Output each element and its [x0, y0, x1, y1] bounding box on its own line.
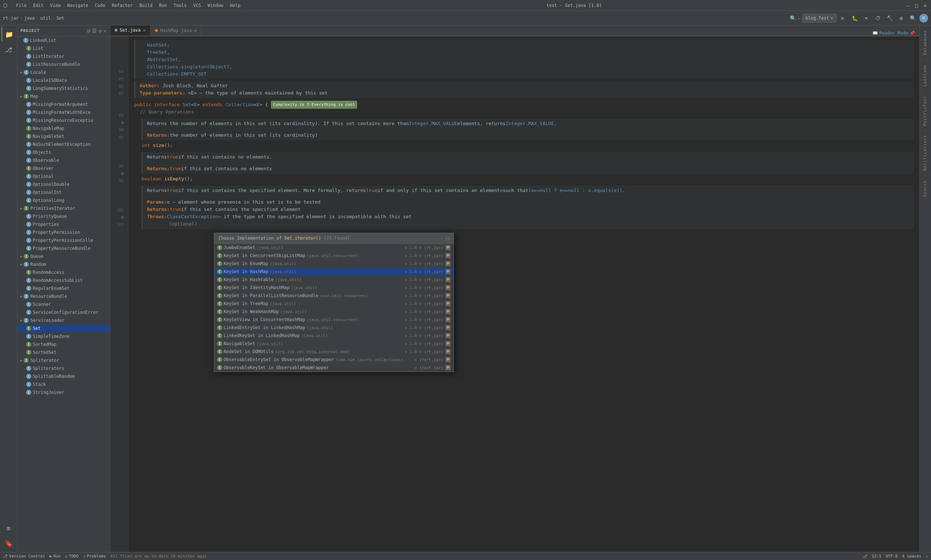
breadcrumb-java[interactable]: java [25, 15, 35, 21]
sidebar-collapse-icon[interactable]: ⊟ [87, 28, 91, 34]
popup-item-navigableset[interactable]: I NavigableSet (java.util) < 1.8 > (rt.j… [214, 340, 454, 348]
popup-list[interactable]: C JumboEnumSet (java.util) < 1.8 > (rt.j… [214, 244, 454, 372]
tree-item-primitiveiterator[interactable]: ▶ I PrimitiveIterator [17, 205, 110, 212]
tree-item-scanner[interactable]: C Scanner [17, 300, 110, 308]
tree-item-randomaccesssublist[interactable]: C RandomAccessSubList [17, 276, 110, 285]
menu-bar[interactable]: File Edit View Navigate Code Refactor Bu… [13, 2, 243, 9]
tree-item-sortedmap[interactable]: I SortedMap [17, 340, 110, 348]
popup-item-keyset-identityhashmap[interactable]: C KeySet in IdentityHashMap (java.util) … [214, 284, 454, 292]
settings-button[interactable]: ⚙ [896, 13, 906, 23]
tree-item-regularenumset[interactable]: C RegularEnumSet [17, 285, 110, 292]
tree-item-optionalint[interactable]: C OptionalInt [17, 188, 110, 196]
tree-item-locale[interactable]: ▶ C Locale [17, 68, 110, 76]
tab-set-java[interactable]: Set.java ✕ [110, 25, 151, 35]
tree-item-optionaldouble[interactable]: C OptionalDouble [17, 180, 110, 188]
tree-item-listresourcebundle[interactable]: C ListResourceBundle [17, 60, 110, 68]
popup-item-keyset-parallellistresourcebundle[interactable]: C KeySet in ParallelListResourceBundle (… [214, 292, 454, 300]
menu-code[interactable]: Code [92, 2, 108, 9]
popup-item-keysetview-concurrenthashmap[interactable]: C KeySetView in ConcurrentHashMap (java.… [214, 315, 454, 324]
tree-item-randomaccess[interactable]: I RandomAccess [17, 268, 110, 276]
tab-close-setjava[interactable]: ✕ [143, 28, 146, 33]
tree-item-localeISOData[interactable]: C LocaleISOData [17, 76, 110, 85]
right-sidebar-tab-postfixtool[interactable]: PostfixTool [920, 91, 931, 131]
popup-item-linkedkeyset-linkedhashmap[interactable]: C LinkedKeySet in LinkedHashMap (java.ut… [214, 332, 454, 340]
tree-item-set[interactable]: I Set [17, 325, 110, 332]
tree-item-random[interactable]: ▶ C Random [17, 260, 110, 268]
tree-item-optionallong[interactable]: C OptionalLong [17, 196, 110, 205]
tab-hashmap-java[interactable]: HashMap.java ✕ [151, 25, 202, 35]
tree-item-observer[interactable]: I Observer [17, 165, 110, 172]
status-todo[interactable]: ☑ TODO [65, 554, 78, 558]
search-icon[interactable]: 🔍 [790, 15, 796, 21]
breadcrumb-set[interactable]: Set [56, 15, 65, 21]
menu-view[interactable]: View [47, 2, 64, 9]
tree-item-observable[interactable]: C Observable [17, 156, 110, 165]
tree-item-stack[interactable]: C Stack [17, 380, 110, 388]
tree-item-longsummarystatistics[interactable]: C LongSummaryStatistics [17, 85, 110, 92]
menu-edit[interactable]: Edit [30, 2, 46, 9]
build-button[interactable]: 🔨 [885, 13, 895, 23]
breadcrumb-util[interactable]: util [40, 15, 51, 21]
minimize-button[interactable]: — [905, 3, 911, 8]
tree-item-objects[interactable]: C Objects [17, 148, 110, 156]
back-icon[interactable]: ← [797, 15, 800, 21]
activity-commit-icon[interactable]: ⎇ [2, 42, 16, 57]
tree-item-properties[interactable]: C Properties [17, 220, 110, 228]
implementation-popup[interactable]: Choose Implementation of Set.iterator() … [214, 233, 454, 372]
run-button[interactable]: ▶ [838, 13, 848, 23]
menu-tools[interactable]: Tools [171, 2, 189, 9]
tree-item-navigablemap[interactable]: I NavigableMap [17, 125, 110, 132]
tree-item-missingformatargument[interactable]: C MissingFormatArgument [17, 100, 110, 108]
menu-vcs[interactable]: VCS [190, 2, 204, 9]
tree-item-spliterator[interactable]: ▶ I Spliterator [17, 356, 110, 365]
tree-item-listiterator[interactable]: C ListIterator [17, 52, 110, 60]
popup-item-observablekeyset[interactable]: C ObservableKeySet in ObservableMapWrapp… [214, 364, 454, 372]
tree-item-simpletimezone[interactable]: C SimpleTimeZone [17, 332, 110, 340]
run-config-dropdown[interactable]: blog.Test ▾ [802, 14, 836, 23]
breadcrumb-rtjar[interactable]: rt.jar [3, 15, 18, 21]
search-everywhere-button[interactable]: 🔍 [908, 13, 918, 23]
popup-item-keyset-weakhashmap[interactable]: C KeySet in WeakHashMap (java.util) < 1.… [214, 308, 454, 315]
tree-item-propertypermission[interactable]: C PropertyPermission [17, 228, 110, 236]
status-indent[interactable]: 4 spaces [902, 554, 921, 558]
tree-item-serviceconfigurationerror[interactable]: C ServiceConfigurationError [17, 308, 110, 316]
tree-item-map[interactable]: ▶ I Map [17, 92, 110, 100]
popup-item-keyset-enummap[interactable]: C KeySet in EnumMap (java.util) < 1.8 > … [214, 260, 454, 268]
right-sidebar-tab-notifications[interactable]: Notifications [920, 130, 931, 175]
status-vcs[interactable]: ⎇ Version Control [3, 554, 45, 558]
tree-item-propertypermissioncollec[interactable]: C PropertyPermissionColle [17, 236, 110, 245]
debug-button[interactable]: 🐛 [849, 13, 860, 23]
status-run[interactable]: ▶ Run [49, 554, 61, 558]
tree-item-linkedlist[interactable]: C LinkedList [17, 36, 110, 45]
sidebar-close-icon[interactable]: ✕ [104, 28, 107, 34]
sidebar-list-icon[interactable]: ☰ [92, 28, 97, 34]
sidebar-settings-icon[interactable]: ⚙ [98, 28, 102, 34]
popup-item-jumboenumset[interactable]: C JumboEnumSet (java.util) < 1.8 > (rt.j… [214, 244, 454, 252]
tree-item-serviceloader[interactable]: ▶ C ServiceLoader [17, 316, 110, 325]
menu-run[interactable]: Run [156, 2, 170, 9]
popup-item-keyset-hashmap[interactable]: C KeySet in HashMap (java.util) < 1.8 > … [214, 268, 454, 275]
popup-item-observableentryset[interactable]: C ObservableEntrySet in ObservableMapWra… [214, 355, 454, 364]
tree-item-priorityqueue[interactable]: C PriorityQueue [17, 212, 110, 220]
tree-item-optional[interactable]: C Optional [17, 172, 110, 180]
activity-bookmarks-icon[interactable]: 🔖 [2, 536, 16, 551]
menu-help[interactable]: Help [227, 2, 243, 9]
popup-close-button[interactable]: □ [446, 235, 449, 241]
status-encoding[interactable]: UTF-8 [886, 554, 897, 558]
tree-item-nosuchelementexception[interactable]: C NoSuchElementException [17, 140, 110, 148]
menu-navigate[interactable]: Navigate [65, 2, 91, 9]
menu-file[interactable]: File [13, 2, 29, 9]
tree-container[interactable]: C LinkedList I List C ListIterator C Lis… [17, 36, 110, 552]
avatar-icon[interactable]: U [919, 14, 928, 23]
popup-item-keyset-concurrentskiplistmap[interactable]: C KeySet in ConcurrentSkipListMap (java.… [214, 252, 454, 260]
right-sidebar-tab-leetcode[interactable]: LeetCode [920, 60, 931, 91]
coverage-button[interactable]: ☂ [861, 13, 871, 23]
tree-item-splittablerandom[interactable]: C SplittableRandom [17, 372, 110, 380]
reader-mode-button[interactable]: 📖 Reader Mode 📌 [868, 31, 919, 35]
popup-item-nodeset-domutils[interactable]: C NodeSet in DOMUtils (org.jcp.xml.dsig.… [214, 348, 454, 355]
tree-item-missingresourceexceptio[interactable]: C MissingResourceExceptio [17, 116, 110, 125]
popup-item-linkedentryset-linkedhashmap[interactable]: C LinkedEntrySet in LinkedHashMap (java.… [214, 324, 454, 332]
right-sidebar-tab-databases[interactable]: Databases [920, 25, 931, 60]
tree-item-navigableset[interactable]: I NavigableSet [17, 132, 110, 140]
menu-window[interactable]: Window [205, 2, 226, 9]
